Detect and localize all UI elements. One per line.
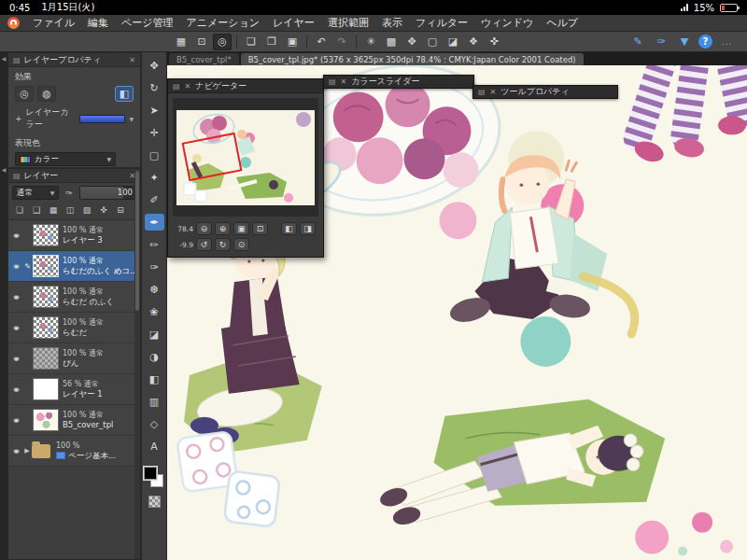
layer-row[interactable]: ◉ 100 % 通常 レイヤー 3	[8, 220, 140, 251]
panel-close-icon[interactable]: ✕	[129, 56, 135, 64]
pen-tool[interactable]: ✒	[145, 214, 164, 231]
panel-menu-icon[interactable]: ▤	[478, 88, 486, 96]
visibility-eye-icon[interactable]: ◉	[10, 386, 22, 392]
visibility-eye-icon[interactable]: ◉	[10, 448, 22, 454]
blend-tool[interactable]: ◑	[145, 348, 164, 365]
menu-animation[interactable]: アニメーション	[187, 16, 261, 30]
main-color-swatch[interactable]	[144, 467, 157, 480]
quick-pen-icon[interactable]: ✎	[628, 34, 647, 50]
tone-effect-icon[interactable]: ◍	[37, 86, 56, 102]
flip-vertical-icon[interactable]: ◨	[300, 222, 316, 235]
blend-mode-select[interactable]: 通常 ▼	[12, 186, 59, 200]
panel-menu-icon[interactable]: ▤	[13, 56, 21, 64]
panel-layout-icon[interactable]: ⊡	[192, 34, 211, 50]
fit-screen-icon[interactable]: ⊡	[252, 222, 268, 235]
menu-window[interactable]: ウィンドウ	[481, 16, 533, 30]
redo-icon[interactable]: ↷	[332, 34, 351, 50]
combine-layer-icon[interactable]: ◫	[63, 203, 78, 217]
layer-mask-icon[interactable]: ▧	[79, 203, 94, 217]
opacity-slider[interactable]: 100	[79, 186, 136, 200]
layer-row[interactable]: ◉ 100 % 通常 らむだ のふく	[8, 282, 140, 313]
layer-folder-row[interactable]: ◉ ▶ 100 % ページ基本...	[8, 436, 140, 467]
workspace-icon[interactable]: ▦	[172, 34, 190, 50]
menu-view[interactable]: 表示	[382, 16, 402, 30]
deselect-icon[interactable]: ▢	[423, 34, 442, 50]
color-slider-panel-bar[interactable]: ▤ ✕ カラースライダー	[323, 75, 474, 89]
brush-tool[interactable]: ✑	[145, 259, 164, 275]
clear-icon[interactable]: ✳	[361, 34, 380, 50]
brush-size-icon[interactable]: ✑	[62, 187, 76, 200]
layer-row[interactable]: ◉ 56 % 通常 レイヤー 1	[8, 374, 140, 405]
menu-page-management[interactable]: ページ管理	[121, 16, 174, 30]
panel-close-icon[interactable]: ✕	[341, 77, 347, 86]
layer-thumbnail[interactable]	[33, 347, 59, 370]
quick-brush-icon[interactable]: ✑	[652, 34, 670, 50]
layer-property-header[interactable]: ▤ レイヤープロパティ ✕	[8, 53, 140, 67]
layer-row[interactable]: ◉ 100 % 通常 びん	[8, 343, 140, 374]
airbrush-tool[interactable]: ❆	[145, 281, 164, 298]
zoom-100-icon[interactable]: ▣	[233, 222, 249, 235]
download-icon[interactable]: ▼	[675, 34, 694, 50]
collapse-arrow-icon[interactable]: ◀	[2, 166, 7, 173]
decoration-tool[interactable]: ❀	[145, 303, 164, 320]
figure-tool[interactable]: ◇	[145, 415, 164, 432]
menu-selection[interactable]: 選択範囲	[328, 16, 369, 30]
document-tab-active[interactable]: B5_cover_tpl.jpg* (5376 x 3625px 350dpi …	[241, 53, 584, 65]
folder-expand-icon[interactable]: ▶	[22, 447, 32, 455]
layer-color-swatch[interactable]	[79, 115, 125, 123]
invert-selection-icon[interactable]: ◪	[444, 34, 462, 50]
transparent-color-swatch[interactable]	[148, 496, 161, 508]
fill-tool[interactable]: ◧	[145, 371, 164, 387]
visibility-eye-icon[interactable]: ◉	[10, 325, 22, 330]
layer-row-selected[interactable]: ◉ ✎ 100 % 通常 らむだのふく めコ...	[8, 251, 140, 282]
eyedropper-tool[interactable]: ✐	[145, 191, 164, 208]
visibility-eye-icon[interactable]: ◉	[10, 356, 22, 361]
navigator-header[interactable]: ▤ ✕ ナビゲーター	[168, 79, 323, 93]
visibility-eye-icon[interactable]: ◉	[10, 294, 22, 300]
panel-close-icon[interactable]: ✕	[490, 88, 497, 96]
rotate-canvas-tool[interactable]: ↻	[145, 79, 164, 96]
panel-menu-icon[interactable]: ▤	[173, 82, 180, 91]
navigator-thumbnail[interactable]	[176, 110, 315, 205]
panel-menu-icon[interactable]: ▤	[13, 172, 21, 180]
text-tool[interactable]: A	[145, 438, 164, 455]
menu-edit[interactable]: 編集	[88, 16, 108, 30]
gradient-tool[interactable]: ▥	[145, 393, 164, 410]
expression-color-select[interactable]: カラー ▼	[15, 152, 116, 166]
rotate-cw-icon[interactable]: ↻	[215, 238, 231, 251]
visibility-eye-icon[interactable]: ◉	[10, 232, 22, 238]
plus-icon[interactable]: +	[15, 114, 22, 123]
folder-icon[interactable]	[32, 444, 50, 458]
layer-thumbnail[interactable]	[33, 255, 59, 277]
rotate-ccw-icon[interactable]: ↺	[196, 238, 212, 251]
menu-help[interactable]: ヘルプ	[546, 16, 578, 30]
ruler-icon[interactable]: ✜	[96, 203, 111, 217]
pencil-tool[interactable]: ✏	[145, 236, 164, 253]
flip-horizontal-icon[interactable]: ◧	[281, 222, 297, 235]
layer-panel-header[interactable]: ▤ レイヤー ✕	[8, 169, 140, 183]
layer-row[interactable]: ◉ 100 % 通常 らむだ	[8, 313, 140, 343]
layer-thumbnail[interactable]	[33, 316, 59, 339]
more-icon[interactable]: …	[717, 34, 736, 50]
border-effect-icon[interactable]: ◎	[15, 86, 34, 102]
undo-icon[interactable]: ↶	[312, 34, 331, 50]
menu-filter[interactable]: フィルター	[416, 16, 468, 30]
open-file-icon[interactable]: ❐	[262, 34, 281, 50]
visibility-eye-icon[interactable]: ◉	[10, 417, 22, 423]
hand-tool[interactable]: ✥	[145, 57, 164, 74]
layer-thumbnail[interactable]	[33, 224, 59, 246]
zoom-in-icon[interactable]: ⊕	[215, 222, 231, 235]
layer-list-scrollbar[interactable]	[134, 169, 140, 559]
delete-layer-icon[interactable]: ⊟	[113, 203, 128, 217]
collapse-arrow-icon[interactable]: ◀	[2, 55, 7, 62]
paper-layer-icon[interactable]: ▦	[46, 203, 61, 217]
panel-menu-icon[interactable]: ▤	[329, 77, 336, 86]
operation-tool[interactable]: ➤	[145, 102, 164, 119]
clip-studio-icon[interactable]: ◎	[213, 34, 232, 50]
fill-icon[interactable]: ▩	[382, 34, 401, 50]
panel-close-icon[interactable]: ✕	[185, 82, 191, 91]
layer-color-effect-icon[interactable]: ◧	[115, 86, 134, 102]
clip-studio-paint-logo[interactable]	[7, 17, 20, 29]
zoom-out-icon[interactable]: ⊖	[196, 222, 212, 235]
new-raster-layer-icon[interactable]: ❏	[12, 203, 27, 217]
